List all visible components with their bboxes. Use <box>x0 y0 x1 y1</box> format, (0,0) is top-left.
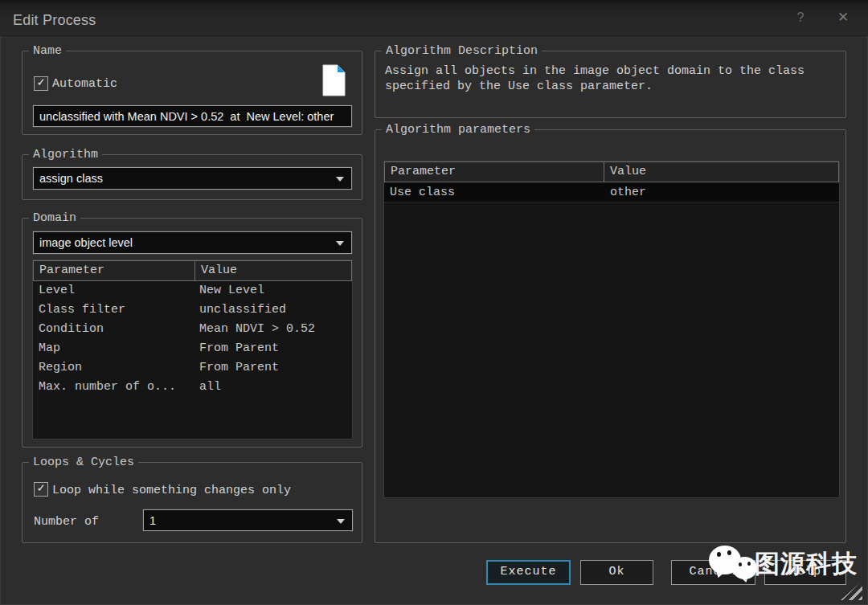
algorithm-description-text: Assign all objects in the image object d… <box>385 64 837 94</box>
algorithm-dropdown-value: assign class <box>39 172 103 185</box>
name-group: Name ✓ Automatic unclassified with Mean … <box>22 51 362 135</box>
dropdown-arrow-icon[interactable] <box>336 177 344 182</box>
algorithm-dropdown[interactable]: assign class <box>33 167 352 190</box>
domain-group-label: Domain <box>29 211 80 226</box>
parameters-table-header: Parameter Value <box>384 161 839 182</box>
domain-dropdown[interactable]: image object level <box>33 231 352 254</box>
row-parameter: Condition <box>39 320 104 339</box>
algorithm-description-group: Algorithm Description Assign all objects… <box>375 51 846 118</box>
algorithm-group: Algorithm assign class <box>22 154 362 200</box>
row-value: From Parent <box>199 339 279 358</box>
automatic-checkbox[interactable]: ✓ <box>34 76 48 91</box>
row-value: other <box>610 182 646 202</box>
process-name-input[interactable]: unclassified with Mean NDVI > 0.52 at Ne… <box>33 105 352 127</box>
domain-parameter-table: Parameter Value Level New Level Class fi… <box>33 260 352 439</box>
close-icon[interactable]: ✕ <box>833 7 854 28</box>
domain-dropdown-value: image object level <box>39 236 133 249</box>
algorithm-group-label: Algorithm <box>29 147 102 162</box>
check-icon: ✓ <box>37 482 44 496</box>
number-of-dropdown[interactable]: 1 <box>143 509 353 531</box>
row-value: From Parent <box>199 358 279 378</box>
number-of-label: Number of <box>34 514 99 529</box>
row-value: unclassified <box>199 300 286 320</box>
parameters-header-value: Value <box>604 161 839 182</box>
dropdown-arrow-icon[interactable] <box>336 241 344 246</box>
description-group-label: Algorithm Description <box>382 43 542 59</box>
parameters-header-parameter: Parameter <box>384 161 604 182</box>
row-value: New Level <box>199 281 264 300</box>
dialog-title: Edit Process <box>13 12 96 29</box>
table-row[interactable]: Condition Mean NDVI > 0.52 <box>33 320 352 339</box>
help-button[interactable]: Help <box>764 560 846 585</box>
name-group-label: Name <box>29 43 66 59</box>
title-bar[interactable]: Edit Process ? ✕ <box>0 0 868 36</box>
new-document-icon <box>322 64 346 96</box>
row-parameter: Map <box>39 339 60 358</box>
dropdown-arrow-icon[interactable] <box>337 519 345 524</box>
titlebar-help-icon[interactable]: ? <box>790 7 811 28</box>
loops-cycles-group: Loops & Cycles ✓ Loop while something ch… <box>22 462 362 543</box>
domain-header-parameter: Parameter <box>33 260 195 281</box>
execute-button[interactable]: Execute <box>486 560 571 585</box>
loop-while-changes-checkbox[interactable]: ✓ <box>34 482 48 497</box>
cancel-button[interactable]: Cancel <box>671 560 755 585</box>
automatic-checkbox-label: Automatic <box>52 76 117 92</box>
number-of-value: 1 <box>149 514 156 527</box>
check-icon: ✓ <box>37 76 44 90</box>
row-parameter: Level <box>39 281 75 300</box>
loop-checkbox-label: Loop while something changes only <box>52 483 291 498</box>
loops-group-label: Loops & Cycles <box>29 455 138 470</box>
row-value: all <box>199 378 221 397</box>
row-parameter: Use class <box>390 182 455 202</box>
table-row[interactable]: Class filter unclassified <box>33 300 352 320</box>
row-parameter: Region <box>39 358 82 378</box>
algorithm-parameter-table: Parameter Value Use class other <box>384 161 839 497</box>
parameters-group-label: Algorithm parameters <box>382 122 534 137</box>
row-value: Mean NDVI > 0.52 <box>199 320 315 339</box>
domain-table-header: Parameter Value <box>33 260 352 281</box>
table-row[interactable]: Use class other <box>384 182 839 202</box>
table-row[interactable]: Region From Parent <box>33 358 352 378</box>
table-row[interactable]: Max. number of o... all <box>33 378 352 397</box>
table-row[interactable]: Map From Parent <box>33 339 352 358</box>
ok-button[interactable]: Ok <box>580 560 653 585</box>
domain-header-value: Value <box>195 260 352 281</box>
row-parameter: Max. number of o... <box>39 378 176 397</box>
domain-group: Domain image object level Parameter Valu… <box>22 218 362 448</box>
algorithm-parameters-group: Algorithm parameters Parameter Value Use… <box>375 129 846 543</box>
edit-process-dialog: Edit Process ? ✕ Name ✓ Automatic unclas… <box>0 0 868 605</box>
table-row[interactable]: Level New Level <box>33 281 352 300</box>
row-parameter: Class filter <box>39 300 125 320</box>
